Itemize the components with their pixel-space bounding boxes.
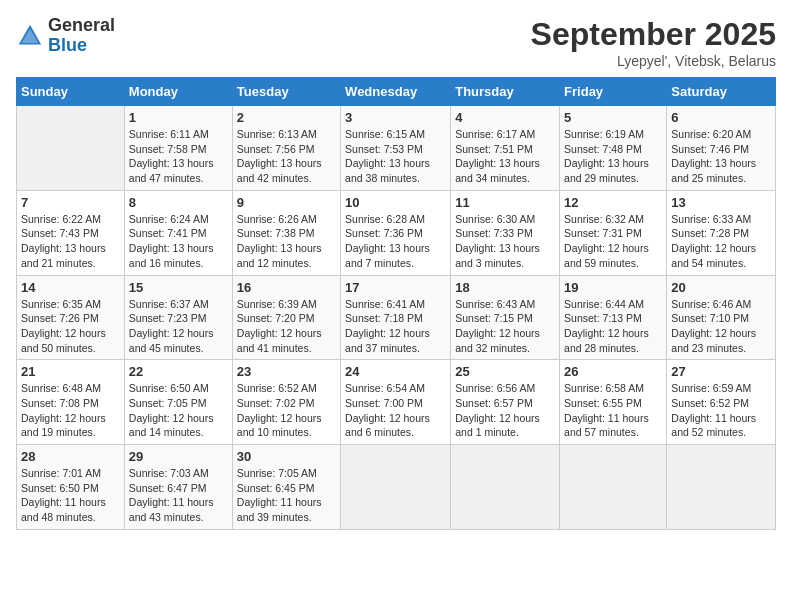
day-number: 14 [21, 280, 120, 295]
day-number: 29 [129, 449, 228, 464]
calendar-header: SundayMondayTuesdayWednesdayThursdayFrid… [17, 78, 776, 106]
day-number: 3 [345, 110, 446, 125]
calendar-cell: 13Sunrise: 6:33 AM Sunset: 7:28 PM Dayli… [667, 190, 776, 275]
calendar-cell: 15Sunrise: 6:37 AM Sunset: 7:23 PM Dayli… [124, 275, 232, 360]
day-number: 28 [21, 449, 120, 464]
day-info: Sunrise: 6:26 AM Sunset: 7:38 PM Dayligh… [237, 212, 336, 271]
header-day-saturday: Saturday [667, 78, 776, 106]
day-info: Sunrise: 6:48 AM Sunset: 7:08 PM Dayligh… [21, 381, 120, 440]
day-info: Sunrise: 6:19 AM Sunset: 7:48 PM Dayligh… [564, 127, 662, 186]
day-info: Sunrise: 6:17 AM Sunset: 7:51 PM Dayligh… [455, 127, 555, 186]
location-subtitle: Lyepyel', Vitebsk, Belarus [531, 53, 776, 69]
calendar-week-row: 28Sunrise: 7:01 AM Sunset: 6:50 PM Dayli… [17, 445, 776, 530]
day-info: Sunrise: 6:11 AM Sunset: 7:58 PM Dayligh… [129, 127, 228, 186]
day-number: 26 [564, 364, 662, 379]
day-info: Sunrise: 6:41 AM Sunset: 7:18 PM Dayligh… [345, 297, 446, 356]
calendar-cell: 11Sunrise: 6:30 AM Sunset: 7:33 PM Dayli… [451, 190, 560, 275]
day-info: Sunrise: 6:24 AM Sunset: 7:41 PM Dayligh… [129, 212, 228, 271]
header-day-friday: Friday [560, 78, 667, 106]
calendar-cell: 17Sunrise: 6:41 AM Sunset: 7:18 PM Dayli… [341, 275, 451, 360]
day-info: Sunrise: 6:52 AM Sunset: 7:02 PM Dayligh… [237, 381, 336, 440]
day-info: Sunrise: 6:20 AM Sunset: 7:46 PM Dayligh… [671, 127, 771, 186]
day-number: 30 [237, 449, 336, 464]
header-day-thursday: Thursday [451, 78, 560, 106]
day-number: 16 [237, 280, 336, 295]
logo-general-text: General [48, 16, 115, 36]
day-number: 13 [671, 195, 771, 210]
day-info: Sunrise: 6:39 AM Sunset: 7:20 PM Dayligh… [237, 297, 336, 356]
calendar-cell [560, 445, 667, 530]
day-number: 12 [564, 195, 662, 210]
day-number: 23 [237, 364, 336, 379]
day-number: 7 [21, 195, 120, 210]
day-info: Sunrise: 6:15 AM Sunset: 7:53 PM Dayligh… [345, 127, 446, 186]
day-info: Sunrise: 6:59 AM Sunset: 6:52 PM Dayligh… [671, 381, 771, 440]
day-number: 19 [564, 280, 662, 295]
calendar-cell: 1Sunrise: 6:11 AM Sunset: 7:58 PM Daylig… [124, 106, 232, 191]
calendar-cell: 20Sunrise: 6:46 AM Sunset: 7:10 PM Dayli… [667, 275, 776, 360]
header-day-wednesday: Wednesday [341, 78, 451, 106]
calendar-week-row: 7Sunrise: 6:22 AM Sunset: 7:43 PM Daylig… [17, 190, 776, 275]
calendar-cell: 5Sunrise: 6:19 AM Sunset: 7:48 PM Daylig… [560, 106, 667, 191]
day-number: 20 [671, 280, 771, 295]
month-year-title: September 2025 [531, 16, 776, 53]
calendar-cell [451, 445, 560, 530]
calendar-cell: 28Sunrise: 7:01 AM Sunset: 6:50 PM Dayli… [17, 445, 125, 530]
calendar-cell: 7Sunrise: 6:22 AM Sunset: 7:43 PM Daylig… [17, 190, 125, 275]
day-info: Sunrise: 6:35 AM Sunset: 7:26 PM Dayligh… [21, 297, 120, 356]
day-info: Sunrise: 6:22 AM Sunset: 7:43 PM Dayligh… [21, 212, 120, 271]
logo-text: General Blue [48, 16, 115, 56]
day-info: Sunrise: 6:33 AM Sunset: 7:28 PM Dayligh… [671, 212, 771, 271]
calendar-body: 1Sunrise: 6:11 AM Sunset: 7:58 PM Daylig… [17, 106, 776, 530]
calendar-cell: 26Sunrise: 6:58 AM Sunset: 6:55 PM Dayli… [560, 360, 667, 445]
header-day-monday: Monday [124, 78, 232, 106]
calendar-cell: 14Sunrise: 6:35 AM Sunset: 7:26 PM Dayli… [17, 275, 125, 360]
calendar-cell: 19Sunrise: 6:44 AM Sunset: 7:13 PM Dayli… [560, 275, 667, 360]
day-number: 27 [671, 364, 771, 379]
calendar-cell: 30Sunrise: 7:05 AM Sunset: 6:45 PM Dayli… [232, 445, 340, 530]
calendar-week-row: 14Sunrise: 6:35 AM Sunset: 7:26 PM Dayli… [17, 275, 776, 360]
calendar-cell: 21Sunrise: 6:48 AM Sunset: 7:08 PM Dayli… [17, 360, 125, 445]
calendar-cell: 4Sunrise: 6:17 AM Sunset: 7:51 PM Daylig… [451, 106, 560, 191]
day-info: Sunrise: 6:28 AM Sunset: 7:36 PM Dayligh… [345, 212, 446, 271]
day-number: 25 [455, 364, 555, 379]
calendar-cell: 25Sunrise: 6:56 AM Sunset: 6:57 PM Dayli… [451, 360, 560, 445]
calendar-cell: 27Sunrise: 6:59 AM Sunset: 6:52 PM Dayli… [667, 360, 776, 445]
calendar-cell: 23Sunrise: 6:52 AM Sunset: 7:02 PM Dayli… [232, 360, 340, 445]
day-info: Sunrise: 6:56 AM Sunset: 6:57 PM Dayligh… [455, 381, 555, 440]
calendar-cell [667, 445, 776, 530]
day-number: 22 [129, 364, 228, 379]
day-info: Sunrise: 6:37 AM Sunset: 7:23 PM Dayligh… [129, 297, 228, 356]
day-number: 15 [129, 280, 228, 295]
day-number: 8 [129, 195, 228, 210]
day-info: Sunrise: 6:43 AM Sunset: 7:15 PM Dayligh… [455, 297, 555, 356]
day-info: Sunrise: 6:58 AM Sunset: 6:55 PM Dayligh… [564, 381, 662, 440]
day-number: 11 [455, 195, 555, 210]
calendar-cell: 24Sunrise: 6:54 AM Sunset: 7:00 PM Dayli… [341, 360, 451, 445]
day-number: 17 [345, 280, 446, 295]
logo-blue-text: Blue [48, 36, 115, 56]
title-block: September 2025 Lyepyel', Vitebsk, Belaru… [531, 16, 776, 69]
calendar-cell: 9Sunrise: 6:26 AM Sunset: 7:38 PM Daylig… [232, 190, 340, 275]
day-info: Sunrise: 6:54 AM Sunset: 7:00 PM Dayligh… [345, 381, 446, 440]
calendar-cell: 16Sunrise: 6:39 AM Sunset: 7:20 PM Dayli… [232, 275, 340, 360]
day-info: Sunrise: 6:50 AM Sunset: 7:05 PM Dayligh… [129, 381, 228, 440]
header-day-tuesday: Tuesday [232, 78, 340, 106]
day-number: 21 [21, 364, 120, 379]
calendar-week-row: 1Sunrise: 6:11 AM Sunset: 7:58 PM Daylig… [17, 106, 776, 191]
day-number: 10 [345, 195, 446, 210]
day-info: Sunrise: 6:30 AM Sunset: 7:33 PM Dayligh… [455, 212, 555, 271]
page-header: General Blue September 2025 Lyepyel', Vi… [16, 16, 776, 69]
day-number: 6 [671, 110, 771, 125]
day-number: 4 [455, 110, 555, 125]
logo-icon [16, 22, 44, 50]
day-number: 18 [455, 280, 555, 295]
calendar-cell [341, 445, 451, 530]
day-info: Sunrise: 7:03 AM Sunset: 6:47 PM Dayligh… [129, 466, 228, 525]
calendar-cell [17, 106, 125, 191]
header-row: SundayMondayTuesdayWednesdayThursdayFrid… [17, 78, 776, 106]
calendar-cell: 22Sunrise: 6:50 AM Sunset: 7:05 PM Dayli… [124, 360, 232, 445]
day-number: 1 [129, 110, 228, 125]
calendar-cell: 8Sunrise: 6:24 AM Sunset: 7:41 PM Daylig… [124, 190, 232, 275]
calendar-cell: 12Sunrise: 6:32 AM Sunset: 7:31 PM Dayli… [560, 190, 667, 275]
